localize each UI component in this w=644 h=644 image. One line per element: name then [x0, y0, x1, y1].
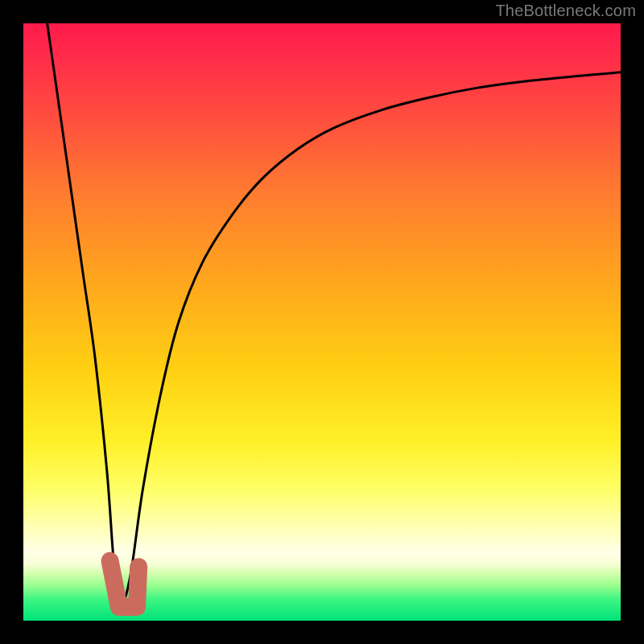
- plot-area: [23, 23, 621, 621]
- plot-svg: [23, 23, 621, 621]
- watermark-text: TheBottleneck.com: [495, 2, 636, 20]
- chart-frame: TheBottleneck.com: [0, 0, 644, 644]
- gradient-background: [23, 23, 621, 621]
